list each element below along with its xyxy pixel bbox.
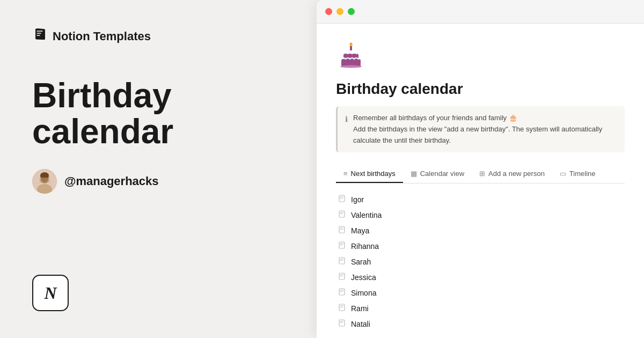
list-item[interactable]: Maya [336,223,625,238]
left-panel: Notion Templates Birthday calendar @mana… [0,0,317,338]
page-icon [338,288,346,297]
birthday-list: Igor Valentina Maya [336,192,625,331]
titlebar [317,0,644,24]
list-item[interactable]: Rami [336,301,625,315]
tab-timeline[interactable]: ▭ Timeline [552,165,603,183]
tabs-row: ≡ Next birthdays ▦ Calendar view ⊞ Add a… [336,165,625,183]
tab-calendar-label: Calendar view [420,170,464,178]
info-icon: ℹ [345,113,348,125]
brand-header: Notion Templates [32,27,284,46]
page-icon [338,257,346,266]
main-heading: Birthday calendar [32,78,284,150]
list-item[interactable]: Sarah [336,254,625,269]
notion-n-letter: N [44,283,56,303]
browser-window: Birthday calendar ℹ Remember all birthda… [317,0,644,338]
tab-calendar-view[interactable]: ▦ Calendar view [403,165,472,183]
list-item-name: Igor [351,195,364,204]
list-item-name: Simona [351,289,376,297]
info-line3: until their birthday. [394,136,451,144]
info-text: Remember all birthdays of your friends a… [353,113,617,146]
list-item[interactable]: Igor [336,192,625,207]
page-icon [338,226,346,235]
avatar [32,169,57,194]
timeline-icon: ▭ [560,170,566,178]
tab-add-person[interactable]: ⊞ Add a new person [472,165,552,183]
notion-logo-icon [32,27,47,46]
tab-next-birthdays[interactable]: ≡ Next birthdays [336,165,403,183]
svg-point-6 [350,44,352,46]
close-button[interactable] [325,8,332,15]
svg-point-9 [340,65,362,68]
list-item-name: Maya [351,226,369,235]
info-line2: Add the birthdays in the view "add a new… [353,125,602,144]
notion-logo-block: N [32,275,69,311]
page-icon [338,241,346,251]
list-item[interactable]: Rihanna [336,239,625,253]
page-title: Birthday calendar [336,80,625,98]
tab-next-birthdays-label: Next birthdays [351,170,396,178]
list-item-name: Rami [351,304,369,313]
page-icon [338,273,346,282]
list-item[interactable]: Natali [336,317,625,331]
brand-title: Notion Templates [53,30,151,43]
info-line1: Remember all birthdays of your friends a… [353,114,517,122]
list-item[interactable]: Simona [336,285,625,300]
cake-icon [336,41,366,71]
tab-add-label: Add a new person [488,170,545,178]
calendar-icon: ▦ [411,170,417,178]
maximize-button[interactable] [348,8,355,15]
author-handle: @managerhacks [64,174,159,188]
list-item-name: Sarah [351,258,371,266]
list-item-name: Natali [351,320,370,328]
heading-line2: calendar [32,112,173,151]
info-box: ℹ Remember all birthdays of your friends… [336,106,625,152]
page-icon [338,319,346,328]
list-item-name: Valentina [351,211,382,219]
list-icon: ≡ [343,170,348,178]
add-icon: ⊞ [479,170,485,178]
page-icon [338,304,346,313]
list-item-name: Jessica [351,273,376,282]
page-content: Birthday calendar ℹ Remember all birthda… [317,24,644,338]
list-item[interactable]: Valentina [336,208,625,222]
page-icon [338,195,346,204]
author-row: @managerhacks [32,169,284,194]
list-item[interactable]: Jessica [336,270,625,284]
page-icon [338,210,346,219]
heading-line1: Birthday [32,76,172,115]
tab-timeline-label: Timeline [569,170,596,178]
list-item-name: Rihanna [351,242,379,251]
minimize-button[interactable] [336,8,343,15]
